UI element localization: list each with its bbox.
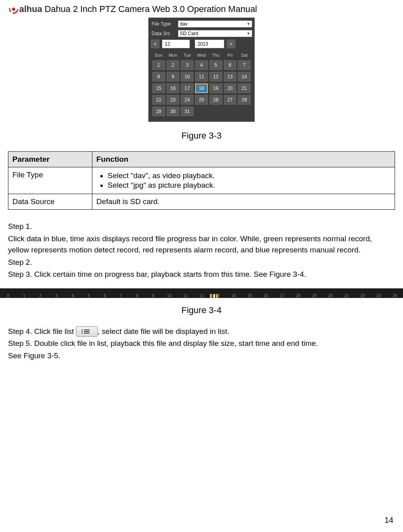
calendar-day[interactable]: 11 [195, 72, 208, 81]
table-header-function: Function [92, 152, 395, 167]
calendar-day-header: Wed [195, 53, 208, 58]
year-input[interactable]: 2013 [195, 40, 224, 48]
timeline-tick: 5 [81, 288, 97, 298]
file-type-bullet-2: Select “jpg” as picture playback. [108, 181, 391, 190]
step-block-2: Step 4. Click file list , select date fi… [8, 326, 395, 362]
file-type-bullet-1: Select “dav”, as video playback. [108, 171, 391, 180]
calendar-day[interactable]: 28 [238, 95, 251, 105]
timeline-tick: 11 [177, 288, 193, 298]
step-4-text-post: , select date file will be displayed in … [98, 327, 229, 335]
logo-text: alhua [19, 4, 42, 14]
timeline-tick: 22 [355, 288, 371, 298]
logo-icon [8, 4, 19, 14]
calendar-day[interactable]: 23 [167, 95, 180, 105]
timeline-tick: 14 [225, 288, 241, 298]
timeline-tick: 12 [194, 288, 209, 298]
calendar-day[interactable]: 26 [209, 95, 222, 105]
step-1-body: Click data in blue, time axis displays r… [8, 233, 395, 256]
timeline-tick: 9 [145, 288, 161, 298]
timeline-tick: 18 [290, 288, 306, 298]
calendar-day-header: Mon [167, 53, 180, 58]
timeline-tick: 0 [0, 288, 16, 298]
calendar-day[interactable]: 17 [181, 83, 194, 93]
table-row: Data Source Default is SD card. [8, 194, 395, 210]
calendar-day[interactable]: 18 [195, 83, 208, 93]
timeline-tick: 13 [209, 288, 225, 298]
table-row: File Type Select “dav”, as video playbac… [8, 167, 395, 194]
calendar: SunMonTueWedThuFriSat 123456789101112131… [151, 51, 252, 118]
step-block: Step 1. Click data in blue, time axis di… [8, 221, 395, 280]
table-header-parameter: Parameter [8, 152, 92, 167]
calendar-day[interactable]: 25 [195, 95, 208, 105]
calendar-day[interactable]: 7 [238, 60, 251, 70]
data-src-value: SD Card [180, 31, 198, 36]
step-2-title: Step 2. [8, 257, 395, 268]
calendar-day[interactable]: 1 [152, 60, 165, 70]
calendar-day[interactable]: 6 [224, 60, 237, 70]
step-1-title: Step 1. [8, 221, 395, 232]
figure-3-4-caption: Figure 3-4 [8, 305, 395, 316]
month-input[interactable]: 12 [162, 40, 190, 48]
calendar-day[interactable]: 29 [152, 107, 165, 116]
step-4-text-pre: Step 4. Click file list [8, 327, 74, 335]
calendar-day[interactable]: 3 [181, 60, 194, 70]
timeline-tick: 21 [339, 288, 355, 298]
calendar-day[interactable]: 24 [181, 95, 194, 105]
step-5b: See Figure 3-5. [8, 350, 395, 362]
calendar-day-header: Tue [181, 53, 194, 58]
calendar-day[interactable]: 19 [209, 83, 222, 93]
calendar-day[interactable]: 20 [224, 83, 237, 93]
calendar-day[interactable]: 14 [238, 72, 251, 81]
timeline-tick: 10 [161, 288, 177, 298]
doc-header: alhua Dahua 2 Inch PTZ Camera Web 3.0 Op… [8, 4, 395, 14]
calendar-day[interactable]: 13 [224, 72, 237, 81]
timeline-tick: 3 [48, 288, 64, 298]
list-icon [84, 330, 90, 333]
calendar-day[interactable]: 8 [152, 72, 165, 81]
calendar-day[interactable]: 21 [238, 83, 251, 93]
calendar-day[interactable]: 5 [209, 60, 222, 70]
data-src-label: Data Src [151, 31, 178, 36]
next-month-button[interactable]: > [227, 40, 235, 48]
timeline-tick: 20 [322, 288, 338, 298]
figure-3-4-timeline[interactable]: 0123456789101112131415161718192021222324 [0, 288, 403, 298]
calendar-day[interactable]: 16 [167, 83, 180, 93]
calendar-day[interactable]: 27 [224, 95, 237, 105]
timeline-tick: 16 [258, 288, 274, 298]
param-file-type: File Type [8, 167, 92, 194]
file-list-icon[interactable] [76, 326, 98, 337]
calendar-day[interactable]: 9 [167, 72, 180, 81]
brand-logo: alhua [8, 4, 42, 14]
timeline-tick: 1 [16, 288, 32, 298]
page-number: 14 [385, 516, 393, 525]
param-data-source: Data Source [8, 194, 92, 210]
calendar-day-header: Fri [224, 53, 237, 58]
calendar-day[interactable]: 10 [181, 72, 194, 81]
svg-point-1 [12, 8, 15, 11]
timeline-tick: 2 [32, 288, 48, 298]
prev-month-button[interactable]: < [151, 40, 160, 48]
calendar-day[interactable]: 15 [152, 83, 165, 93]
calendar-day[interactable]: 2 [167, 60, 180, 70]
calendar-day[interactable]: 22 [152, 95, 165, 105]
figure-3-3-caption: Figure 3-3 [8, 131, 395, 141]
step-5: Step 5. Double click file in list, playb… [8, 338, 395, 349]
file-type-label: File Type [151, 21, 178, 27]
calendar-day-header: Sun [152, 53, 165, 58]
calendar-day[interactable]: 30 [167, 107, 180, 116]
calendar-day-header: Thu [209, 53, 222, 58]
calendar-day[interactable]: 4 [195, 60, 208, 70]
step-3: Step 3. Click certain time on progress b… [8, 269, 395, 280]
timeline-tick: 17 [274, 288, 290, 298]
calendar-day-header: Sat [238, 53, 251, 58]
file-type-value: dav [180, 21, 188, 27]
calendar-day[interactable]: 12 [209, 72, 222, 81]
data-src-select[interactable]: SD Card ▼ [178, 30, 252, 37]
timeline-tick: 24 [387, 288, 403, 298]
parameter-table: Parameter Function File Type Select “dav… [8, 151, 395, 210]
calendar-day[interactable]: 31 [181, 107, 194, 116]
timeline-tick: 19 [306, 288, 322, 298]
file-type-select[interactable]: dav ▼ [178, 20, 252, 28]
timeline-tick: 15 [242, 288, 258, 298]
timeline-tick: 7 [113, 288, 129, 298]
